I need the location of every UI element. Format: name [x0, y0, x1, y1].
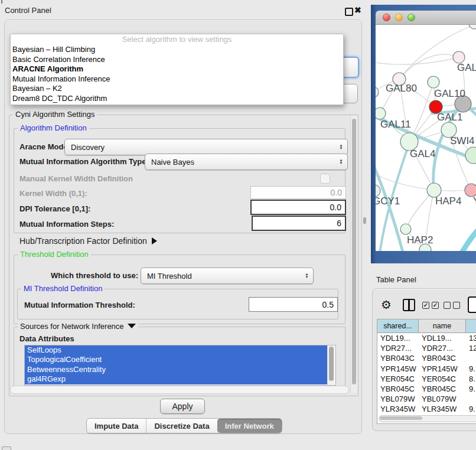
table-cell[interactable]: YBL079W — [377, 394, 419, 404]
attribute-item[interactable]: gal4RGexp — [25, 374, 327, 384]
table-cell[interactable]: YDR27... — [419, 343, 466, 353]
dpi-tolerance-field[interactable]: 0.0 — [250, 200, 346, 215]
restore-panel-mini-button[interactable] — [2, 446, 11, 450]
table-row[interactable]: YLR345WYLR345W9. — [377, 404, 476, 414]
table-horizontal-scrollbar[interactable] — [379, 415, 476, 422]
network-node[interactable] — [376, 87, 379, 97]
table-row[interactable]: YDR27...YDR27...12 — [377, 343, 476, 353]
group-title: Threshold Definition — [18, 250, 91, 259]
algorithm-option[interactable]: Bayesian – Hill Climbing — [11, 45, 343, 55]
table-cell[interactable]: 9. — [466, 404, 476, 414]
table-cell[interactable]: 12 — [466, 343, 476, 353]
mi-steps-field[interactable]: 6 — [252, 216, 346, 231]
table-cell[interactable]: YBR045C — [377, 384, 419, 394]
select-all-checks-icon[interactable]: ✓✓ — [422, 302, 439, 309]
table-cell[interactable]: YDL19... — [377, 333, 419, 343]
network-node-pink[interactable] — [465, 184, 476, 197]
table-cell[interactable]: YER054C — [377, 374, 419, 384]
table-row[interactable]: YBL079WYBL079W — [377, 394, 476, 404]
tab-impute-data[interactable]: Impute Data — [87, 419, 146, 433]
tab-discretize-data[interactable]: Discretize Data — [146, 419, 217, 433]
column-header-shared-name[interactable]: shared... — [377, 319, 419, 332]
algorithm-option[interactable]: ARACNE Algorithm — [11, 64, 343, 74]
table-cell[interactable]: YER054C — [419, 374, 466, 384]
list-scrollbar[interactable] — [327, 345, 335, 385]
scrollbar-thumb[interactable] — [352, 119, 356, 384]
table-cell[interactable]: YPR145W — [419, 364, 466, 374]
group-title: Cyni Algorithm Settings — [13, 110, 97, 119]
table-cell[interactable]: YDL19... — [419, 333, 466, 343]
node-label: GAL1 — [437, 112, 462, 123]
close-traffic-light-icon[interactable] — [383, 14, 390, 21]
which-threshold-combobox[interactable]: MI Threshold ▲▼ — [141, 268, 314, 284]
table-cell[interactable]: YBR043C — [377, 353, 419, 363]
attribute-item[interactable]: TopologicalCoefficient — [25, 355, 327, 364]
splitter-handle[interactable] — [363, 217, 366, 224]
algorithm-select-placeholder: Select algorithm to view settings — [11, 34, 343, 45]
table-row[interactable]: YDL19...YDL19...13 — [377, 333, 476, 343]
network-node-gal11[interactable] — [376, 107, 386, 119]
table-cell[interactable]: YDR27... — [377, 343, 419, 353]
algorithm-option[interactable]: Dream8 DC_TDC Algorithm — [11, 94, 343, 104]
table-cell[interactable]: YLR345W — [419, 404, 466, 414]
network-node-hap2[interactable] — [400, 224, 411, 234]
node-attribute-table: shared... name YDL19...YDL19...13YDR27..… — [377, 319, 476, 424]
table-cell[interactable]: YPR145W — [377, 364, 419, 374]
table-body[interactable]: YDL19...YDL19...13YDR27...YDR27...12YBR0… — [377, 333, 476, 416]
aracne-mode-combobox[interactable]: Discovery ▲▼ — [64, 139, 348, 155]
close-icon[interactable]: ✖ — [354, 5, 361, 15]
table-cell[interactable]: YLR345W — [377, 404, 419, 414]
attribute-item[interactable]: BetweennessCentrality — [25, 365, 327, 374]
scrollbar-thumb[interactable] — [380, 416, 422, 420]
table-cell[interactable]: 8. — [466, 374, 476, 384]
network-view[interactable]: GAL GAL80 GAL10 GAL1 GAL11 SWI4 GAL4 GCY… — [376, 25, 476, 251]
table-cell[interactable]: 13 — [466, 333, 476, 343]
apply-button[interactable]: Apply — [160, 399, 205, 414]
settings-vertical-scrollbar[interactable] — [350, 116, 357, 393]
column-header-name[interactable]: name — [419, 319, 466, 332]
network-node-swi4[interactable] — [465, 147, 476, 164]
network-node-gal10[interactable] — [428, 76, 439, 88]
network-node-gcy1[interactable] — [376, 185, 380, 197]
column-header-partial[interactable] — [466, 319, 476, 332]
table-cell[interactable]: 9. — [466, 364, 476, 374]
table-cell[interactable] — [466, 353, 476, 363]
table-row[interactable]: YBR045CYBR045C9. — [377, 384, 476, 394]
minimize-traffic-light-icon[interactable] — [395, 14, 403, 21]
table-cell[interactable]: YBL079W — [419, 394, 466, 404]
scrollbar-thumb[interactable] — [329, 347, 334, 381]
table-row[interactable]: YBR043CYBR043C — [377, 353, 476, 363]
table-row[interactable]: YER054CYER054C8. — [377, 374, 476, 384]
zoom-traffic-light-icon[interactable] — [407, 14, 415, 21]
network-graph: GAL GAL80 GAL10 GAL1 GAL11 SWI4 GAL4 GCY… — [376, 25, 476, 251]
new-table-icon[interactable] — [468, 296, 476, 313]
mi-threshold-field[interactable]: 0.5 — [249, 297, 338, 312]
tab-infer-network[interactable]: Infer Network — [217, 419, 282, 433]
mi-algorithm-type-combobox[interactable]: Naive Bayes ▲▼ — [145, 154, 348, 170]
manual-kernel-checkbox[interactable] — [320, 174, 330, 184]
split-columns-icon[interactable] — [403, 299, 415, 311]
data-attributes-list[interactable]: SelfLoopsTopologicalCoefficientBetweenne… — [24, 345, 336, 386]
kernel-width-field[interactable]: 0.0 — [250, 186, 346, 199]
hub-section-toggle[interactable]: Hub/Transcription Factor Definition — [19, 236, 157, 246]
algorithm-option[interactable]: Bayesian – K2 — [11, 84, 343, 94]
algorithm-option[interactable]: Mutual Information Inference — [11, 74, 343, 84]
node-label: GCY1 — [376, 195, 400, 207]
sources-toggle[interactable]: Sources for Network Inference — [18, 322, 138, 331]
table-cell[interactable]: YBR043C — [419, 353, 466, 363]
table-cell[interactable] — [466, 394, 476, 404]
attribute-item[interactable]: SelfLoops — [25, 345, 327, 355]
gear-icon[interactable]: ⚙ — [381, 298, 392, 312]
algorithm-option[interactable]: Basic Correlation Inference — [11, 55, 343, 65]
settings-horizontal-scrollbar[interactable] — [10, 386, 349, 394]
deselect-all-checks-icon[interactable] — [444, 302, 460, 309]
network-window-titlebar[interactable] — [376, 11, 476, 25]
mi-algorithm-type-label: Mutual Information Algorithm Type: — [19, 157, 149, 166]
network-node[interactable] — [453, 51, 465, 63]
float-window-icon[interactable] — [345, 8, 353, 16]
table-row[interactable]: YPR145WYPR145W9. — [377, 364, 476, 374]
table-cell[interactable]: YBR045C — [419, 384, 466, 394]
network-node[interactable] — [469, 25, 476, 29]
table-cell[interactable]: 9. — [466, 384, 476, 394]
dpi-tolerance-label: DPI Tolerance [0,1]: — [19, 204, 90, 213]
